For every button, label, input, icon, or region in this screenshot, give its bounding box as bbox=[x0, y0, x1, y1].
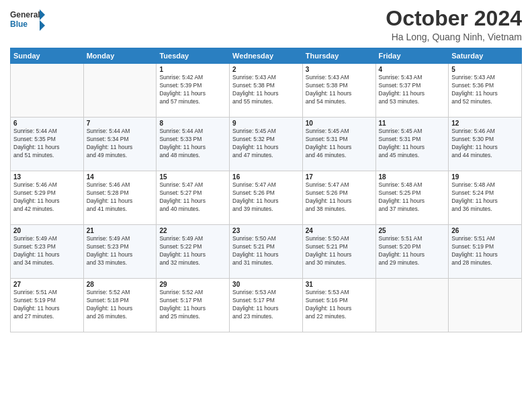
day-number: 8 bbox=[159, 120, 226, 127]
calendar-row-5: 27Sunrise: 5:51 AM Sunset: 5:19 PM Dayli… bbox=[11, 279, 522, 332]
day-number: 9 bbox=[232, 120, 300, 127]
table-row: 29Sunrise: 5:52 AM Sunset: 5:17 PM Dayli… bbox=[157, 279, 230, 332]
table-row: 27Sunrise: 5:51 AM Sunset: 5:19 PM Dayli… bbox=[11, 279, 84, 332]
day-number: 16 bbox=[232, 173, 300, 181]
day-info: Sunrise: 5:43 AM Sunset: 5:36 PM Dayligh… bbox=[451, 74, 519, 106]
title-block: October 2024 Ha Long, Quang Ninh, Vietna… bbox=[386, 7, 522, 42]
day-number: 22 bbox=[159, 227, 226, 234]
logo: General Blue bbox=[10, 7, 45, 32]
day-info: Sunrise: 5:46 AM Sunset: 5:29 PM Dayligh… bbox=[13, 181, 81, 214]
table-row: 30Sunrise: 5:53 AM Sunset: 5:17 PM Dayli… bbox=[230, 279, 303, 332]
day-info: Sunrise: 5:49 AM Sunset: 5:23 PM Dayligh… bbox=[87, 235, 154, 267]
day-number: 3 bbox=[306, 66, 373, 73]
table-row: 24Sunrise: 5:50 AM Sunset: 5:21 PM Dayli… bbox=[302, 225, 375, 279]
table-row: 1Sunrise: 5:42 AM Sunset: 5:39 PM Daylig… bbox=[157, 64, 230, 118]
table-row: 2Sunrise: 5:43 AM Sunset: 5:38 PM Daylig… bbox=[230, 64, 303, 118]
day-info: Sunrise: 5:45 AM Sunset: 5:32 PM Dayligh… bbox=[232, 128, 300, 160]
day-info: Sunrise: 5:50 AM Sunset: 5:21 PM Dayligh… bbox=[306, 235, 373, 267]
day-number: 6 bbox=[13, 120, 81, 127]
col-monday: Monday bbox=[83, 48, 157, 64]
table-row: 5Sunrise: 5:43 AM Sunset: 5:36 PM Daylig… bbox=[449, 64, 522, 118]
calendar-row-1: 1Sunrise: 5:42 AM Sunset: 5:39 PM Daylig… bbox=[11, 64, 522, 118]
day-info: Sunrise: 5:53 AM Sunset: 5:16 PM Dayligh… bbox=[306, 289, 373, 321]
day-number: 29 bbox=[159, 281, 226, 288]
calendar-row-4: 20Sunrise: 5:49 AM Sunset: 5:23 PM Dayli… bbox=[11, 225, 522, 279]
table-row: 22Sunrise: 5:49 AM Sunset: 5:22 PM Dayli… bbox=[157, 225, 230, 279]
day-number: 11 bbox=[379, 120, 446, 127]
table-row: 19Sunrise: 5:48 AM Sunset: 5:24 PM Dayli… bbox=[449, 171, 522, 225]
calendar-row-3: 13Sunrise: 5:46 AM Sunset: 5:29 PM Dayli… bbox=[11, 171, 522, 225]
day-info: Sunrise: 5:45 AM Sunset: 5:31 PM Dayligh… bbox=[306, 128, 373, 160]
day-info: Sunrise: 5:47 AM Sunset: 5:26 PM Dayligh… bbox=[232, 181, 300, 214]
day-number: 19 bbox=[451, 173, 519, 181]
table-row: 14Sunrise: 5:46 AM Sunset: 5:28 PM Dayli… bbox=[83, 171, 157, 225]
table-row: 17Sunrise: 5:47 AM Sunset: 5:26 PM Dayli… bbox=[302, 171, 375, 225]
day-number: 12 bbox=[451, 120, 519, 127]
day-number: 31 bbox=[306, 281, 373, 288]
col-thursday: Thursday bbox=[302, 48, 375, 64]
generalblue-logo-icon: General Blue bbox=[10, 7, 45, 32]
header: General Blue October 2024 Ha Long, Quang… bbox=[10, 7, 522, 42]
table-row: 13Sunrise: 5:46 AM Sunset: 5:29 PM Dayli… bbox=[11, 171, 84, 225]
table-row: 3Sunrise: 5:43 AM Sunset: 5:38 PM Daylig… bbox=[302, 64, 375, 118]
day-info: Sunrise: 5:43 AM Sunset: 5:38 PM Dayligh… bbox=[232, 74, 300, 106]
table-row: 9Sunrise: 5:45 AM Sunset: 5:32 PM Daylig… bbox=[230, 118, 303, 171]
day-number: 10 bbox=[306, 120, 373, 127]
day-info: Sunrise: 5:51 AM Sunset: 5:19 PM Dayligh… bbox=[13, 289, 81, 321]
day-number: 28 bbox=[87, 281, 154, 288]
table-row: 12Sunrise: 5:46 AM Sunset: 5:30 PM Dayli… bbox=[449, 118, 522, 171]
day-number: 26 bbox=[451, 227, 519, 234]
day-info: Sunrise: 5:48 AM Sunset: 5:24 PM Dayligh… bbox=[451, 181, 519, 214]
table-row: 6Sunrise: 5:44 AM Sunset: 5:35 PM Daylig… bbox=[11, 118, 84, 171]
table-row: 10Sunrise: 5:45 AM Sunset: 5:31 PM Dayli… bbox=[302, 118, 375, 171]
table-row: 21Sunrise: 5:49 AM Sunset: 5:23 PM Dayli… bbox=[83, 225, 157, 279]
table-row: 25Sunrise: 5:51 AM Sunset: 5:20 PM Dayli… bbox=[375, 225, 449, 279]
day-info: Sunrise: 5:49 AM Sunset: 5:23 PM Dayligh… bbox=[13, 235, 81, 267]
day-info: Sunrise: 5:48 AM Sunset: 5:25 PM Dayligh… bbox=[379, 181, 446, 214]
day-info: Sunrise: 5:45 AM Sunset: 5:31 PM Dayligh… bbox=[379, 128, 446, 160]
day-info: Sunrise: 5:51 AM Sunset: 5:20 PM Dayligh… bbox=[379, 235, 446, 267]
day-number: 14 bbox=[87, 173, 154, 181]
table-row: 7Sunrise: 5:44 AM Sunset: 5:34 PM Daylig… bbox=[83, 118, 157, 171]
day-number: 2 bbox=[232, 66, 300, 73]
day-number: 25 bbox=[379, 227, 446, 234]
table-row: 18Sunrise: 5:48 AM Sunset: 5:25 PM Dayli… bbox=[375, 171, 449, 225]
table-row bbox=[11, 64, 84, 118]
table-row: 20Sunrise: 5:49 AM Sunset: 5:23 PM Dayli… bbox=[11, 225, 84, 279]
svg-text:General: General bbox=[10, 10, 40, 19]
day-info: Sunrise: 5:52 AM Sunset: 5:18 PM Dayligh… bbox=[87, 289, 154, 321]
table-row: 16Sunrise: 5:47 AM Sunset: 5:26 PM Dayli… bbox=[230, 171, 303, 225]
day-info: Sunrise: 5:44 AM Sunset: 5:34 PM Dayligh… bbox=[87, 128, 154, 160]
day-info: Sunrise: 5:49 AM Sunset: 5:22 PM Dayligh… bbox=[159, 235, 226, 267]
table-row: 23Sunrise: 5:50 AM Sunset: 5:21 PM Dayli… bbox=[230, 225, 303, 279]
calendar-row-2: 6Sunrise: 5:44 AM Sunset: 5:35 PM Daylig… bbox=[11, 118, 522, 171]
table-row: 31Sunrise: 5:53 AM Sunset: 5:16 PM Dayli… bbox=[302, 279, 375, 332]
col-tuesday: Tuesday bbox=[157, 48, 230, 64]
col-wednesday: Wednesday bbox=[230, 48, 303, 64]
day-number: 13 bbox=[13, 173, 81, 181]
svg-marker-2 bbox=[40, 9, 45, 31]
day-number: 7 bbox=[87, 120, 154, 127]
table-row bbox=[375, 279, 449, 332]
day-info: Sunrise: 5:42 AM Sunset: 5:39 PM Dayligh… bbox=[159, 74, 226, 106]
table-row: 28Sunrise: 5:52 AM Sunset: 5:18 PM Dayli… bbox=[83, 279, 157, 332]
day-number: 30 bbox=[232, 281, 300, 288]
day-info: Sunrise: 5:53 AM Sunset: 5:17 PM Dayligh… bbox=[232, 289, 300, 321]
col-sunday: Sunday bbox=[11, 48, 84, 64]
month-title: October 2024 bbox=[386, 7, 522, 30]
table-row bbox=[83, 64, 157, 118]
col-friday: Friday bbox=[375, 48, 449, 64]
day-info: Sunrise: 5:43 AM Sunset: 5:37 PM Dayligh… bbox=[379, 74, 446, 106]
day-info: Sunrise: 5:51 AM Sunset: 5:19 PM Dayligh… bbox=[451, 235, 519, 267]
page: General Blue October 2024 Ha Long, Quang… bbox=[0, 0, 532, 411]
day-info: Sunrise: 5:43 AM Sunset: 5:38 PM Dayligh… bbox=[306, 74, 373, 106]
day-info: Sunrise: 5:46 AM Sunset: 5:28 PM Dayligh… bbox=[87, 181, 154, 214]
table-row: 4Sunrise: 5:43 AM Sunset: 5:37 PM Daylig… bbox=[375, 64, 449, 118]
col-saturday: Saturday bbox=[449, 48, 522, 64]
day-info: Sunrise: 5:46 AM Sunset: 5:30 PM Dayligh… bbox=[451, 128, 519, 160]
day-info: Sunrise: 5:50 AM Sunset: 5:21 PM Dayligh… bbox=[232, 235, 300, 267]
day-info: Sunrise: 5:44 AM Sunset: 5:35 PM Dayligh… bbox=[13, 128, 81, 160]
day-number: 15 bbox=[159, 173, 226, 181]
day-number: 17 bbox=[306, 173, 373, 181]
day-number: 21 bbox=[87, 227, 154, 234]
